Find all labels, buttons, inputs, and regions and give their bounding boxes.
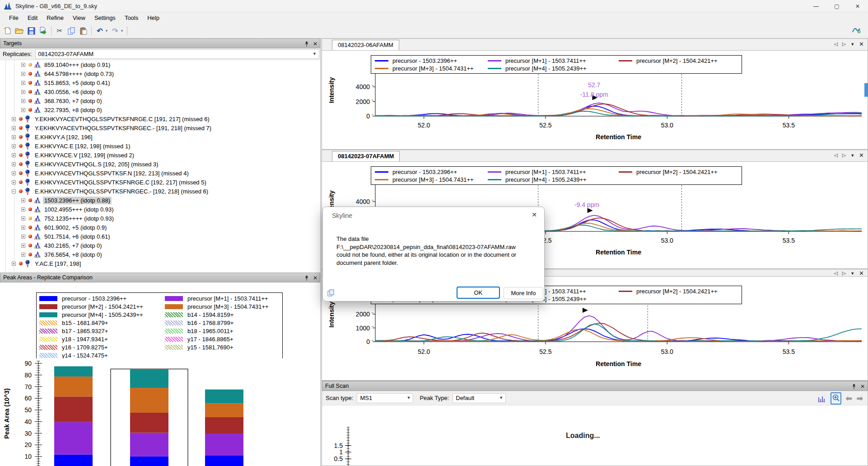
collapse-icon[interactable]: − <box>12 189 16 193</box>
peak-type-combobox[interactable]: Default ▼ <box>453 393 506 403</box>
nav-right-icon[interactable]: ▷ <box>842 152 846 158</box>
tree-row[interactable]: +YE.KHKVYACEVTHQGLSSPVTKSF.N [192, 213] … <box>12 169 320 178</box>
close-button[interactable]: ✕ <box>847 0 868 12</box>
peak-areas-close-icon[interactable]: ✕ <box>313 275 317 281</box>
tab-08142023-06AFAMM[interactable]: 08142023-06AFAMM <box>332 40 399 50</box>
pin-icon[interactable] <box>304 41 309 47</box>
undo-icon[interactable]: ↶ <box>94 25 105 36</box>
expand-icon[interactable]: + <box>21 63 25 67</box>
replicates-combobox[interactable]: 08142023-07AFAMM ▼ <box>35 49 319 59</box>
tree-row[interactable]: +YE.KHKVY.A [192, 196] <box>12 132 320 141</box>
copy-icon[interactable] <box>66 25 77 36</box>
menu-item-settings[interactable]: Settings <box>90 13 120 23</box>
tree-row[interactable]: +601.9002, +5 (idotp 0.9) <box>21 223 320 232</box>
expand-icon[interactable]: + <box>12 162 16 166</box>
previous-scan-icon[interactable]: ⬅ <box>846 394 852 403</box>
nav-right-icon[interactable]: ▷ <box>842 41 846 47</box>
minimize-button[interactable]: — <box>806 0 826 12</box>
tree-row[interactable]: +376.5654, +8 (idotp 0) <box>21 250 320 259</box>
tree-row[interactable]: +752.1235++++ (idotp 0.93) <box>21 214 320 223</box>
scrollbar-thumb[interactable] <box>864 83 868 97</box>
chevron-down-icon[interactable]: ▼ <box>105 29 108 33</box>
tree-row[interactable]: +YY.EKHKVYACEVTHQGLSSPVTKSFNRGE.C [191, … <box>12 114 320 123</box>
expand-icon[interactable]: + <box>21 81 25 85</box>
panel-close-icon[interactable]: ✕ <box>859 152 864 159</box>
ok-button[interactable]: OK <box>457 287 500 299</box>
tree-row[interactable]: +515.8653, +5 (idotp 0.41) <box>21 78 320 87</box>
tree-row[interactable]: +1002.4955+++ (idotp 0.93) <box>21 205 320 214</box>
chevron-down-icon[interactable]: ▼ <box>850 271 854 276</box>
expand-icon[interactable]: + <box>21 198 25 202</box>
nav-left-icon[interactable]: ◁ <box>834 152 837 158</box>
expand-icon[interactable]: + <box>21 90 25 94</box>
next-scan-icon[interactable]: ➡ <box>857 394 863 403</box>
expand-icon[interactable]: + <box>21 226 25 230</box>
expand-icon[interactable]: + <box>12 117 16 121</box>
expand-icon[interactable]: + <box>12 135 16 139</box>
pin-icon[interactable] <box>304 275 309 281</box>
expand-icon[interactable]: + <box>21 207 25 212</box>
expand-icon[interactable]: + <box>21 253 25 257</box>
expand-icon[interactable]: + <box>12 180 16 184</box>
expand-icon[interactable]: + <box>12 126 16 130</box>
menu-item-refine[interactable]: Refine <box>42 13 68 23</box>
peak-areas-bar-chart[interactable]: 102030405060708090Peak Area (10^3) <box>0 358 320 466</box>
tree-row[interactable]: +YE.KHKVYACEVTHQGLSSPVTKSFNRGE.C [192, 2… <box>12 178 320 187</box>
import-results-icon[interactable] <box>37 25 48 36</box>
expand-icon[interactable]: + <box>21 217 25 221</box>
menu-item-tools[interactable]: Tools <box>120 13 143 23</box>
tree-row[interactable]: +322.7935, +8 (idotp 0) <box>21 105 320 114</box>
expand-icon[interactable]: + <box>12 262 16 266</box>
tree-row[interactable]: +YY.EKHKVYACEVTHQGLSSPVTKSFNRGEC.- [191,… <box>12 123 320 132</box>
integration-icon[interactable] <box>852 26 863 37</box>
tree-row[interactable]: +430.0556, +6 (idotp 0) <box>21 87 320 96</box>
expand-icon[interactable]: + <box>12 144 16 148</box>
panel-close-icon[interactable]: ✕ <box>859 41 864 47</box>
chevron-down-icon[interactable]: ▼ <box>850 153 854 158</box>
expand-icon[interactable]: + <box>12 171 16 175</box>
tab-08142023-07AFAMM[interactable]: 08142023-07AFAMM <box>332 151 400 161</box>
nav-left-icon[interactable]: ◁ <box>834 41 837 47</box>
new-document-icon[interactable] <box>2 25 13 36</box>
menu-item-view[interactable]: View <box>68 13 90 23</box>
expand-icon[interactable]: + <box>21 99 25 103</box>
pin-icon[interactable] <box>852 384 856 390</box>
tree-row[interactable]: +YY.AC.E [197, 198] <box>12 259 320 268</box>
targets-close-icon[interactable]: ✕ <box>313 41 317 47</box>
maximize-button[interactable]: ▢ <box>826 0 847 12</box>
menu-item-help[interactable]: Help <box>143 13 164 23</box>
save-icon[interactable] <box>26 25 37 36</box>
copy-message-icon[interactable] <box>327 289 335 297</box>
open-file-icon[interactable] <box>14 25 25 36</box>
tree-row[interactable]: +430.2165, +7 (idotp 0) <box>21 241 320 250</box>
tree-row[interactable]: +YE.KHKVYACEVTHQGL.S [192, 205] (missed … <box>12 160 320 169</box>
menu-item-edit[interactable]: Edit <box>23 13 42 23</box>
expand-icon[interactable]: + <box>21 244 25 248</box>
tree-row[interactable]: +644.5798++++ (idotp 0.73) <box>21 69 320 78</box>
paste-icon[interactable] <box>78 25 89 36</box>
redo-icon[interactable]: ↷ <box>110 25 121 36</box>
more-info-button[interactable]: More Info <box>504 287 543 299</box>
tree-row[interactable]: +859.1040+++ (idotp 0.91) <box>21 60 320 69</box>
tree-row[interactable]: −YE.KHKVYACEVTHQGLSSPVTKSFNRGEC.- [192, … <box>12 187 320 196</box>
menu-item-file[interactable]: File <box>5 13 23 23</box>
tree-row[interactable]: +1503.2396++ (idotp 0.88) <box>21 196 320 205</box>
nav-left-icon[interactable]: ◁ <box>834 270 837 276</box>
chevron-down-icon[interactable]: ▼ <box>850 42 854 47</box>
tree-row[interactable]: +YE.KHKVYAC.E [192, 198] (missed 1) <box>12 141 320 151</box>
panel-close-icon[interactable]: ✕ <box>859 270 864 277</box>
nav-right-icon[interactable]: ▷ <box>842 270 846 276</box>
expand-icon[interactable]: + <box>21 235 25 239</box>
expand-icon[interactable]: + <box>12 153 16 157</box>
expand-icon[interactable]: + <box>21 72 25 76</box>
tree-row[interactable]: +YE.KHKVYACE.V [192, 199] (missed 2) <box>12 151 320 160</box>
dialog-close-icon[interactable]: ✕ <box>532 211 537 218</box>
full-scan-close-icon[interactable]: ✕ <box>860 384 865 389</box>
tree-row[interactable]: +368.7630, +7 (idotp 0) <box>21 96 320 105</box>
cut-icon[interactable]: ✂ <box>54 25 65 36</box>
scan-type-combobox[interactable]: MS1 ▼ <box>357 393 413 403</box>
spectrum-chart-icon[interactable] <box>817 395 826 403</box>
chevron-down-icon[interactable]: ▼ <box>120 29 124 33</box>
expand-icon[interactable]: + <box>21 108 25 112</box>
zoom-to-selection-button[interactable] <box>831 392 841 405</box>
